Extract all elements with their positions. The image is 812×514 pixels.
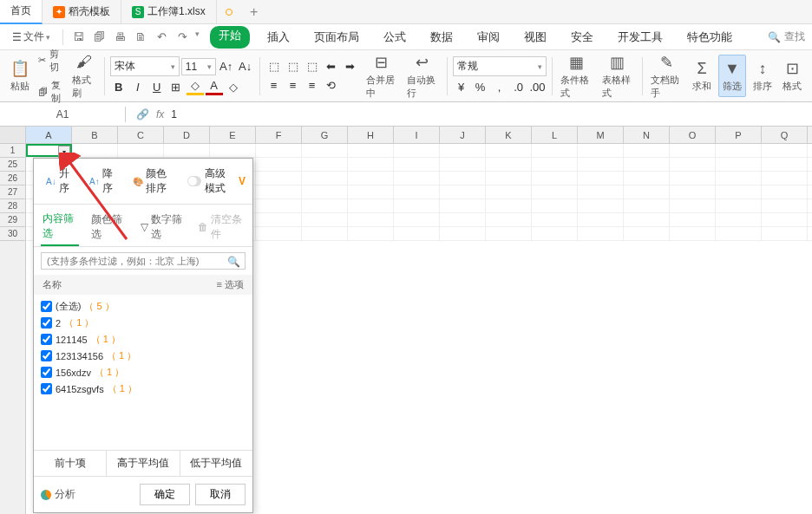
cell-H1[interactable]: [348, 144, 394, 157]
align-center-icon[interactable]: ≡: [285, 77, 302, 94]
cell-K30[interactable]: [486, 227, 532, 240]
cell-L28[interactable]: [532, 199, 578, 212]
filter-checkbox[interactable]: [41, 383, 52, 394]
column-header-M[interactable]: M: [578, 127, 624, 143]
row-header-27[interactable]: 27: [0, 185, 25, 199]
filter-items-list[interactable]: (全选) （ 5 ）2 （ 1 ）121145 （ 1 ）123134156 （…: [34, 295, 252, 451]
cell-N28[interactable]: [624, 199, 670, 212]
cell-Q27[interactable]: [762, 185, 808, 198]
increase-decimal-icon[interactable]: .0: [510, 78, 527, 95]
row-header-1[interactable]: 1: [0, 144, 25, 158]
cell-I30[interactable]: [394, 227, 440, 240]
chevron-down-icon[interactable]: ▾: [195, 29, 200, 45]
cell-O27[interactable]: [670, 185, 716, 198]
filter-item[interactable]: 6415zsgvfs （ 1 ）: [41, 381, 246, 397]
font-color-button[interactable]: A: [206, 78, 223, 95]
filter-checkbox[interactable]: [41, 301, 52, 312]
cell-N29[interactable]: [624, 213, 670, 226]
cell-H27[interactable]: [348, 185, 394, 198]
cell-L25[interactable]: [532, 158, 578, 171]
underline-button[interactable]: U: [148, 78, 166, 95]
column-header-H[interactable]: H: [348, 127, 394, 143]
cell-M30[interactable]: [578, 227, 624, 240]
ribbon-tab-data[interactable]: 数据: [423, 26, 460, 49]
orientation-icon[interactable]: ⟲: [323, 77, 340, 94]
analyze-button[interactable]: 分析: [41, 487, 75, 502]
cell-N30[interactable]: [624, 227, 670, 240]
below-avg-button[interactable]: 低于平均值: [180, 451, 252, 476]
percent-icon[interactable]: %: [472, 78, 489, 95]
cell-G25[interactable]: [302, 158, 348, 171]
cancel-button[interactable]: 取消: [195, 484, 246, 505]
filter-tab-color[interactable]: 颜色筛选: [89, 209, 128, 245]
cell-O25[interactable]: [670, 158, 716, 171]
cell-L30[interactable]: [532, 227, 578, 240]
column-header-I[interactable]: I: [394, 127, 440, 143]
decrease-decimal-icon[interactable]: .00: [529, 78, 547, 95]
cell-M29[interactable]: [578, 213, 624, 226]
cell-H25[interactable]: [348, 158, 394, 171]
undo-icon[interactable]: ↶: [154, 29, 169, 45]
cell-G29[interactable]: [302, 213, 348, 226]
cut-button[interactable]: ✂剪切: [36, 46, 65, 75]
align-bottom-icon[interactable]: ⬚: [304, 58, 321, 75]
cell-M1[interactable]: [578, 144, 624, 157]
increase-font-icon[interactable]: A↑: [218, 58, 235, 75]
cell-I26[interactable]: [394, 172, 440, 185]
format-button[interactable]: ⊡ 格式: [779, 55, 805, 96]
column-header-A[interactable]: A: [26, 127, 72, 143]
search-box[interactable]: 🔍 查找: [768, 29, 805, 44]
comma-icon[interactable]: ,: [491, 78, 508, 95]
cell-N1[interactable]: [624, 144, 670, 157]
ribbon-tab-dev[interactable]: 开发工具: [611, 26, 670, 49]
sort-desc-button[interactable]: A↑ 降序: [84, 164, 121, 198]
column-header-O[interactable]: O: [670, 127, 716, 143]
ribbon-tab-start[interactable]: 开始: [210, 26, 250, 49]
cell-O29[interactable]: [670, 213, 716, 226]
cell-N25[interactable]: [624, 158, 670, 171]
italic-button[interactable]: I: [129, 78, 147, 95]
file-menu[interactable]: ☰ 文件 ▾: [7, 28, 56, 46]
cell-E1[interactable]: [210, 144, 256, 157]
advanced-mode-toggle[interactable]: 高级模式 V: [187, 166, 246, 196]
cell-M27[interactable]: [578, 185, 624, 198]
cell-Q25[interactable]: [762, 158, 808, 171]
column-header-K[interactable]: K: [486, 127, 532, 143]
cell-Q30[interactable]: [762, 227, 808, 240]
cell-F27[interactable]: [256, 185, 302, 198]
cell-I28[interactable]: [394, 199, 440, 212]
cell-J30[interactable]: [440, 227, 486, 240]
copy-button[interactable]: 🗐复制: [36, 77, 65, 107]
merge-center-button[interactable]: ⊟ 合并居中: [363, 49, 401, 103]
row-header-28[interactable]: 28: [0, 199, 25, 213]
cell-J26[interactable]: [440, 172, 486, 185]
cell-Q28[interactable]: [762, 199, 808, 212]
cell-O28[interactable]: [670, 199, 716, 212]
cell-H28[interactable]: [348, 199, 394, 212]
save-icon[interactable]: 🖫: [70, 29, 86, 45]
top-ten-button[interactable]: 前十项: [34, 451, 107, 476]
cell-Q26[interactable]: [762, 172, 808, 185]
cell-M26[interactable]: [578, 172, 624, 185]
column-header-C[interactable]: C: [118, 127, 164, 143]
ribbon-tab-review[interactable]: 审阅: [470, 26, 507, 49]
cell-K26[interactable]: [486, 172, 532, 185]
cell-N27[interactable]: [624, 185, 670, 198]
cell-K29[interactable]: [486, 213, 532, 226]
cell-G28[interactable]: [302, 199, 348, 212]
sort-button[interactable]: ↕ 排序: [750, 55, 776, 96]
cell-F28[interactable]: [256, 199, 302, 212]
cell-D1[interactable]: [164, 144, 210, 157]
clear-format-button[interactable]: ◇: [225, 78, 242, 95]
cell-J27[interactable]: [440, 185, 486, 198]
decrease-font-icon[interactable]: A↓: [237, 58, 254, 75]
row-header-30[interactable]: 30: [0, 227, 25, 241]
redo-icon[interactable]: ↷: [174, 29, 190, 45]
row-header-25[interactable]: 25: [0, 158, 25, 172]
tab-workbook[interactable]: S 工作簿1.xlsx: [121, 0, 217, 24]
cond-format-button[interactable]: ▦ 条件格式: [557, 49, 595, 103]
cell-P29[interactable]: [716, 213, 762, 226]
filter-item[interactable]: 2 （ 1 ）: [41, 315, 246, 331]
save-as-icon[interactable]: 🗐: [91, 29, 107, 45]
filter-tab-content[interactable]: 内容筛选: [41, 208, 79, 246]
